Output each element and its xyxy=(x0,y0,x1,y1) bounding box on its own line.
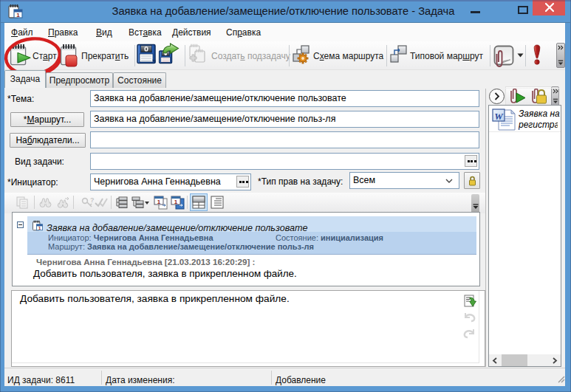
svg-text:W: W xyxy=(494,111,504,122)
svg-text:1: 1 xyxy=(174,199,178,205)
svg-text:1: 1 xyxy=(157,199,161,205)
